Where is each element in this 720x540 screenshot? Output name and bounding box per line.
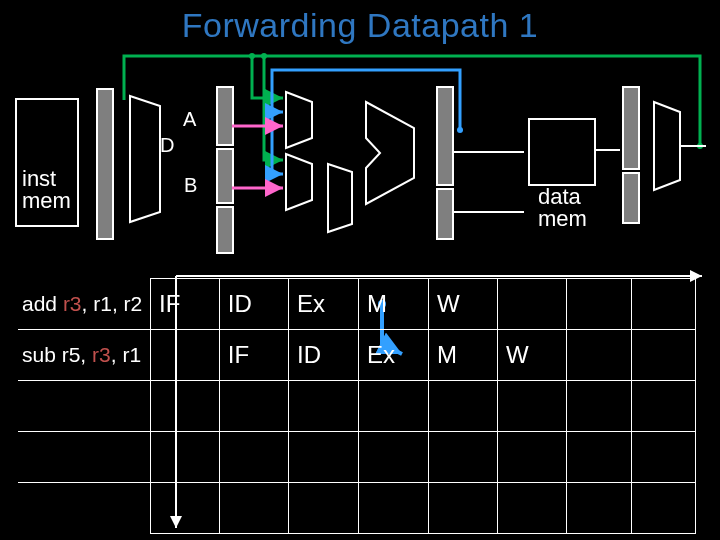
stage-cell: W [429,279,498,330]
page-title: Forwarding Datapath 1 [0,6,720,45]
inst-mem-label: inst mem [22,168,71,212]
stage-cell [219,432,288,483]
pipe-reg-ex-mem-top [436,86,454,186]
instruction-cell [18,432,151,483]
stage-cell [631,432,696,483]
stage-cell [429,432,498,483]
stage-cell [151,483,220,534]
stage-cell [567,483,631,534]
stage-cell [567,432,631,483]
stage-cell [289,432,359,483]
pipe-reg-id-ex-mid [216,148,234,204]
stage-cell [567,381,631,432]
stage-cell: IF [219,330,288,381]
stage-cell [219,381,288,432]
table-row [18,483,696,534]
stage-cell [498,381,567,432]
stage-cell [289,483,359,534]
stage-cell [631,279,696,330]
port-b-label: B [184,174,197,197]
stage-cell [498,432,567,483]
stage-cell: M [429,330,498,381]
pipe-reg-if-id [96,88,114,240]
instruction-cell: sub r5, r3, r1 [18,330,151,381]
stage-cell [289,381,359,432]
table-row [18,381,696,432]
data-mem-block [528,118,596,186]
stage-cell: Ex [359,330,429,381]
stage-cell [567,330,631,381]
pipe-reg-id-ex-top [216,86,234,146]
stage-cell [498,279,567,330]
stage-cell: Ex [289,279,359,330]
table-row [18,432,696,483]
table-row: add r3, r1, r2IFIDExMW [18,279,696,330]
stage-cell: W [498,330,567,381]
stage-cell [151,330,220,381]
pipe-reg-id-ex-bot [216,206,234,254]
pipeline-table: add r3, r1, r2IFIDExMWsub r5, r3, r1IFID… [18,278,708,534]
pipe-reg-mem-wb-bot [622,172,640,224]
svg-point-2 [261,53,267,59]
stage-cell [631,483,696,534]
stage-cell [219,483,288,534]
stage-cell [429,381,498,432]
pipe-reg-mem-wb-top [622,86,640,170]
svg-point-0 [697,143,703,149]
stage-cell [359,483,429,534]
svg-point-4 [269,109,275,115]
svg-point-3 [457,127,463,133]
stage-cell [567,279,631,330]
stage-cell [429,483,498,534]
instruction-cell: add r3, r1, r2 [18,279,151,330]
instruction-cell [18,483,151,534]
stage-cell: IF [151,279,220,330]
data-mem-label: data mem [538,186,587,230]
pipe-reg-ex-mem-bot [436,188,454,240]
instruction-cell [18,381,151,432]
stage-cell: ID [219,279,288,330]
stage-cell [359,381,429,432]
stage-cell [631,330,696,381]
stage-cell [151,432,220,483]
port-a-label: A [183,108,196,131]
stage-cell [151,381,220,432]
table-row: sub r5, r3, r1IFIDExMW [18,330,696,381]
stage-cell [359,432,429,483]
stage-cell [631,381,696,432]
stage-cell [498,483,567,534]
port-d-label: D [160,134,174,157]
svg-point-1 [249,53,255,59]
stage-cell: M [359,279,429,330]
stage-cell: ID [289,330,359,381]
